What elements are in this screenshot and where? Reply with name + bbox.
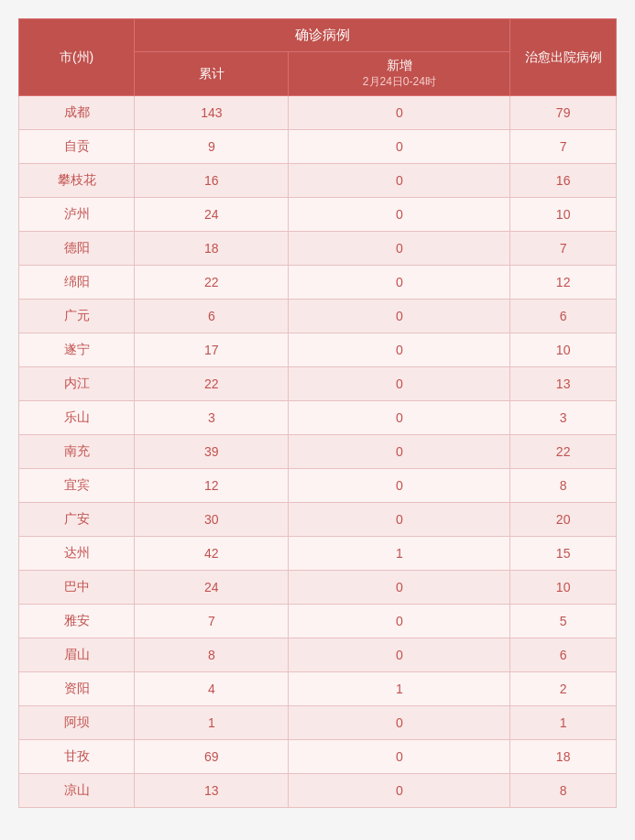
cumulative-cell: 22	[135, 367, 289, 401]
table-row: 资阳412	[19, 672, 617, 706]
healed-cell: 18	[510, 740, 617, 774]
table-row: 巴中24010	[19, 571, 617, 605]
city-cell: 甘孜	[19, 740, 135, 774]
table-row: 攀枝花16016	[19, 164, 617, 198]
healed-cell: 15	[510, 537, 617, 571]
healed-cell: 6	[510, 638, 617, 672]
cumulative-cell: 13	[135, 774, 289, 808]
healed-cell: 8	[510, 469, 617, 503]
new-cell: 1	[289, 537, 510, 571]
new-cell: 0	[289, 774, 510, 808]
cumulative-header: 累计	[135, 52, 289, 96]
table-row: 绵阳22012	[19, 266, 617, 300]
table-row: 阿坝101	[19, 706, 617, 740]
confirmed-header: 确诊病例	[135, 19, 510, 52]
cumulative-cell: 18	[135, 232, 289, 266]
table-row: 乐山303	[19, 401, 617, 435]
table-body: 成都143079自贡907攀枝花16016泸州24010德阳1807绵阳2201…	[19, 96, 617, 808]
city-cell: 南充	[19, 435, 135, 469]
city-cell: 宜宾	[19, 469, 135, 503]
healed-cell: 22	[510, 435, 617, 469]
cumulative-cell: 22	[135, 266, 289, 300]
healed-cell: 12	[510, 266, 617, 300]
cumulative-cell: 12	[135, 469, 289, 503]
cumulative-cell: 17	[135, 333, 289, 367]
cumulative-cell: 30	[135, 503, 289, 537]
city-cell: 绵阳	[19, 266, 135, 300]
healed-cell: 20	[510, 503, 617, 537]
cumulative-cell: 16	[135, 164, 289, 198]
cumulative-cell: 24	[135, 198, 289, 232]
data-table: 市(州) 确诊病例 治愈出院病例 累计 新增 2月24日0-24时 成都1430…	[18, 18, 617, 808]
healed-cell: 1	[510, 706, 617, 740]
city-cell: 自贡	[19, 130, 135, 164]
cumulative-cell: 3	[135, 401, 289, 435]
main-container: 市(州) 确诊病例 治愈出院病例 累计 新增 2月24日0-24时 成都1430…	[18, 18, 617, 808]
city-cell: 资阳	[19, 672, 135, 706]
new-cell: 0	[289, 740, 510, 774]
city-header: 市(州)	[19, 19, 135, 96]
table-row: 德阳1807	[19, 232, 617, 266]
table-row: 自贡907	[19, 130, 617, 164]
healed-cell: 10	[510, 571, 617, 605]
city-cell: 凉山	[19, 774, 135, 808]
cumulative-cell: 24	[135, 571, 289, 605]
healed-cell: 8	[510, 774, 617, 808]
cumulative-cell: 42	[135, 537, 289, 571]
table-row: 凉山1308	[19, 774, 617, 808]
new-cell: 0	[289, 571, 510, 605]
city-cell: 阿坝	[19, 706, 135, 740]
city-cell: 遂宁	[19, 333, 135, 367]
new-cell: 0	[289, 435, 510, 469]
city-cell: 巴中	[19, 571, 135, 605]
table-row: 达州42115	[19, 537, 617, 571]
city-cell: 眉山	[19, 638, 135, 672]
city-cell: 德阳	[19, 232, 135, 266]
cumulative-cell: 7	[135, 605, 289, 638]
table-row: 遂宁17010	[19, 333, 617, 367]
cumulative-cell: 69	[135, 740, 289, 774]
healed-cell: 10	[510, 198, 617, 232]
new-cell: 0	[289, 469, 510, 503]
new-cell: 0	[289, 198, 510, 232]
new-cell: 0	[289, 503, 510, 537]
cumulative-cell: 143	[135, 96, 289, 130]
cumulative-cell: 39	[135, 435, 289, 469]
healed-cell: 2	[510, 672, 617, 706]
healed-cell: 5	[510, 605, 617, 638]
city-cell: 泸州	[19, 198, 135, 232]
new-cell: 0	[289, 96, 510, 130]
new-cell: 1	[289, 672, 510, 706]
healed-cell: 13	[510, 367, 617, 401]
city-cell: 攀枝花	[19, 164, 135, 198]
healed-header: 治愈出院病例	[510, 19, 617, 96]
table-row: 泸州24010	[19, 198, 617, 232]
city-cell: 雅安	[19, 605, 135, 638]
city-cell: 乐山	[19, 401, 135, 435]
healed-cell: 7	[510, 232, 617, 266]
table-row: 眉山806	[19, 638, 617, 672]
healed-cell: 6	[510, 300, 617, 333]
cumulative-cell: 9	[135, 130, 289, 164]
new-cell: 0	[289, 367, 510, 401]
cumulative-cell: 4	[135, 672, 289, 706]
new-cell: 0	[289, 266, 510, 300]
healed-cell: 10	[510, 333, 617, 367]
header-top-row: 市(州) 确诊病例 治愈出院病例	[19, 19, 617, 52]
healed-cell: 3	[510, 401, 617, 435]
new-cell: 0	[289, 605, 510, 638]
table-row: 甘孜69018	[19, 740, 617, 774]
cumulative-cell: 1	[135, 706, 289, 740]
healed-cell: 16	[510, 164, 617, 198]
new-cell: 0	[289, 706, 510, 740]
table-row: 广安30020	[19, 503, 617, 537]
new-cell: 0	[289, 401, 510, 435]
healed-cell: 7	[510, 130, 617, 164]
table-row: 南充39022	[19, 435, 617, 469]
table-row: 广元606	[19, 300, 617, 333]
new-cell: 0	[289, 232, 510, 266]
city-cell: 成都	[19, 96, 135, 130]
table-row: 宜宾1208	[19, 469, 617, 503]
city-cell: 广元	[19, 300, 135, 333]
table-row: 内江22013	[19, 367, 617, 401]
